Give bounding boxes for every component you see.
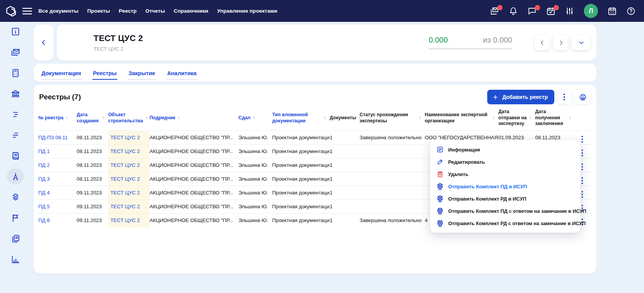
cell: Проектная документация <box>272 200 330 214</box>
more-actions-button[interactable] <box>557 90 571 104</box>
inbox-icon[interactable] <box>490 7 499 16</box>
chevron-down-button[interactable] <box>572 35 590 50</box>
nav-item[interactable]: Реестр <box>119 8 136 14</box>
registry-link[interactable]: ПД 3 <box>38 176 50 182</box>
book-icon <box>11 151 20 161</box>
context-menu-item[interactable]: Удалить <box>430 168 580 180</box>
registry-link[interactable]: ПД 6 <box>38 217 50 223</box>
column-header[interactable]: Дата отправки на экспертизу <box>498 107 535 131</box>
column-header[interactable]: № реестра <box>38 107 77 131</box>
context-menu-item[interactable]: Редактировать <box>430 156 580 168</box>
object-link[interactable]: ТЕСТ ЦУС 2 <box>110 135 140 140</box>
row-menu-button[interactable] <box>582 177 583 184</box>
column-header[interactable]: Дата получения заключения <box>535 107 575 131</box>
chevron-left-icon <box>40 39 48 46</box>
context-menu-item[interactable]: Информация <box>430 143 580 156</box>
sort-up-icon <box>144 115 149 120</box>
help-icon[interactable] <box>626 7 636 16</box>
sort-up-icon <box>322 115 327 120</box>
add-registry-button[interactable]: Добавить реестр <box>487 90 554 104</box>
cell: 1 <box>330 131 360 145</box>
registry-link[interactable]: ПД-ПЗ 08.11 <box>38 135 68 140</box>
sidebar-item-layers[interactable] <box>7 189 24 206</box>
column-header[interactable]: Документы <box>330 107 360 131</box>
cell: АКЦИОНЕРНОЕ ОБЩЕСТВО "ПР... <box>150 158 238 172</box>
sliders-icon[interactable] <box>565 7 574 16</box>
back-button[interactable] <box>34 25 54 61</box>
sort-up-icon <box>417 115 422 120</box>
registry-link[interactable]: ПД 4 <box>38 190 50 196</box>
cell: 1 <box>330 158 360 172</box>
context-menu-item[interactable]: Отправить Комплект РД с ответом на замеч… <box>430 217 580 229</box>
sidebar-item-bank[interactable] <box>7 85 24 102</box>
registry-link[interactable]: ПД 2 <box>38 162 50 168</box>
context-menu-item[interactable]: Отправить Комплект ПД в ИСУП <box>430 180 580 193</box>
hamburger-icon <box>21 5 33 17</box>
column-header[interactable]: Объект строительства <box>108 107 150 131</box>
tab-2[interactable]: Реестры <box>92 68 118 80</box>
column-header[interactable]: Статус прохождения экспертизы <box>360 107 425 131</box>
cell: ПД-ПЗ 08.11 <box>38 131 77 145</box>
sidebar-item-bar-chart[interactable] <box>7 251 24 268</box>
progress-indicator: 0.000 из 0.000 <box>429 36 512 49</box>
cell: Эльшина Ю. <box>238 214 272 227</box>
column-header[interactable]: Дата создания <box>77 107 108 131</box>
context-menu-item[interactable]: Отправить Комплект ПД с ответом на замеч… <box>430 205 580 217</box>
row-menu-button[interactable] <box>582 191 583 198</box>
tab-3[interactable]: Закрытие <box>128 68 156 80</box>
isup-reel-icon <box>436 195 444 202</box>
nav-item[interactable]: Управление проектами <box>217 8 277 14</box>
column-header[interactable]: Наименование экспертной организации <box>425 107 498 131</box>
object-link[interactable]: ТЕСТ ЦУС 2 <box>110 148 140 154</box>
progress-value: 0.000 <box>429 36 448 44</box>
sidebar-item-indent-lines[interactable] <box>7 127 24 143</box>
topbar-nav: Все документыПроектыРеестрОтчетыСправочн… <box>38 8 277 14</box>
cell: ТЕСТ ЦУС 2 <box>108 158 150 172</box>
registry-link[interactable]: ПД 1 <box>38 148 50 154</box>
sidebar-item-book[interactable] <box>7 147 24 164</box>
tab-4[interactable]: Аналитика <box>166 68 197 80</box>
cell: 09.11.2023 <box>77 186 108 200</box>
calendar-icon[interactable] <box>608 7 617 16</box>
registry-link[interactable]: ПД 5 <box>38 204 50 209</box>
cell: 09.11.2023 <box>77 214 108 227</box>
progress-total: из 0.000 <box>483 36 512 44</box>
sidebar-item-wrap-lines[interactable] <box>7 106 24 123</box>
object-link[interactable]: ТЕСТ ЦУС 2 <box>110 204 140 209</box>
sidebar-item-info-card[interactable] <box>7 23 24 40</box>
calendar-check-icon[interactable] <box>546 7 555 16</box>
row-menu-button[interactable] <box>582 163 583 170</box>
row-menu-button[interactable] <box>582 136 583 143</box>
object-link[interactable]: ТЕСТ ЦУС 2 <box>110 176 140 182</box>
object-link[interactable]: ТЕСТ ЦУС 2 <box>110 190 140 196</box>
chat-icon[interactable] <box>527 7 537 16</box>
column-header[interactable]: Тип вложенной документации <box>272 107 330 131</box>
chevron-left-button[interactable] <box>534 35 550 50</box>
chevron-right-button[interactable] <box>553 35 568 50</box>
object-link[interactable]: ТЕСТ ЦУС 2 <box>110 162 140 168</box>
print-button[interactable] <box>574 90 591 104</box>
tab-1[interactable]: Документация <box>41 68 82 80</box>
nav-item[interactable]: Проекты <box>87 8 110 14</box>
hamburger-icon[interactable] <box>21 5 33 17</box>
hexagon-logo-icon[interactable] <box>4 4 18 18</box>
bell-icon[interactable] <box>509 7 518 16</box>
cell: ПД 6 <box>38 214 77 227</box>
sidebar-item-calculator[interactable] <box>7 64 24 81</box>
context-menu-item[interactable]: Отправить Комплект РД в ИСУП <box>430 193 580 205</box>
nav-item[interactable]: Справочники <box>174 8 208 14</box>
row-menu-button[interactable] <box>582 150 583 156</box>
sidebar-item-mail[interactable] <box>7 44 24 61</box>
column-header[interactable]: Подрядчик <box>150 107 238 131</box>
avatar[interactable]: Л <box>584 4 598 18</box>
object-link[interactable]: ТЕСТ ЦУС 2 <box>110 217 140 223</box>
nav-item[interactable]: Все документы <box>38 8 79 14</box>
sidebar-item-monument[interactable] <box>7 168 24 185</box>
sidebar-item-flag[interactable] <box>7 209 24 226</box>
column-header[interactable]: Сдал <box>238 107 272 131</box>
sidebar-item-copies[interactable] <box>7 230 24 247</box>
nav-item[interactable]: Отчеты <box>145 8 165 14</box>
cell: ТЕСТ ЦУС 2 <box>108 214 150 227</box>
cell: 08.11.2023 <box>77 158 108 172</box>
cell: 1 <box>330 172 360 186</box>
